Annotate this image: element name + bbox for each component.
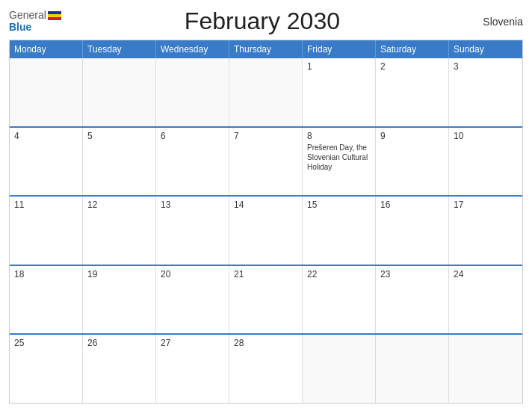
calendar-cell: 19 [83,266,156,334]
day-header-friday: Friday [303,40,376,58]
cell-number: 19 [87,269,151,279]
logo-general: General [9,10,46,21]
cell-number: 26 [87,338,151,348]
calendar-cell [449,335,522,403]
calendar-cell: 22 [303,266,376,334]
cell-number: 22 [307,269,371,279]
cell-number: 13 [161,200,224,210]
calendar-cell: 6 [156,128,229,196]
cell-number: 18 [14,269,78,279]
calendar-cell: 25 [10,335,83,403]
cell-number: 21 [234,269,297,279]
calendar-cell: 12 [83,197,156,265]
calendar-cell: 11 [10,197,83,265]
calendar-cell: 28 [229,335,303,403]
calendar-cell: 1 [303,58,376,126]
calendar-cell: 21 [229,266,303,334]
calendar-cell: 27 [156,335,229,403]
day-header-monday: Monday [10,40,83,58]
calendar-cell: 23 [376,266,449,334]
cell-number: 10 [454,131,518,141]
calendar-cell: 3 [449,58,522,126]
country-label: Slovenia [463,16,523,28]
calendar-title: February 2030 [61,7,463,35]
cell-number: 4 [14,131,78,141]
cell-event: Prešeren Day, the Slovenian Cultural Hol… [307,143,371,172]
cell-number: 9 [380,131,444,141]
cell-number: 3 [454,61,518,72]
calendar-cell: 9 [376,128,449,196]
svg-rect-0 [48,11,61,14]
day-header-thursday: Thursday [229,40,303,58]
cell-number: 1 [307,61,371,72]
cell-number: 12 [87,200,151,210]
calendar-grid: MondayTuesdayWednesdayThursdayFridaySatu… [9,40,523,404]
calendar-cell [10,58,83,126]
cell-number: 8 [307,131,371,141]
cell-number: 16 [380,200,444,210]
cell-number: 23 [380,269,444,279]
cell-number: 14 [234,200,297,210]
cell-number: 6 [161,131,224,141]
calendar-cell: 8Prešeren Day, the Slovenian Cultural Ho… [303,128,376,196]
days-header: MondayTuesdayWednesdayThursdayFridaySatu… [10,40,522,58]
calendar-cell: 18 [10,266,83,334]
cell-number: 11 [14,200,78,210]
day-header-saturday: Saturday [376,40,449,58]
calendar-cell: 14 [229,197,303,265]
cell-number: 15 [307,200,371,210]
calendar-cell: 4 [10,128,83,196]
calendar-cell [376,335,449,403]
calendar-cell: 17 [449,197,522,265]
week-row-4: 18192021222324 [10,265,522,334]
cell-number: 28 [234,338,297,348]
day-header-sunday: Sunday [449,40,522,58]
calendar-cell [303,335,376,403]
svg-rect-2 [48,17,61,20]
header: General Blue February 2030 Slovenia [9,7,523,35]
calendar-cell: 20 [156,266,229,334]
calendar-cell [229,58,303,126]
cell-number: 24 [454,269,518,279]
calendar-cell: 2 [376,58,449,126]
cell-number: 5 [87,131,151,141]
calendar-cell: 7 [229,128,303,196]
calendar-cell: 24 [449,266,522,334]
cell-number: 25 [14,338,78,348]
calendar-cell: 26 [83,335,156,403]
week-row-1: 123 [10,58,522,126]
week-row-3: 11121314151617 [10,195,522,265]
logo: General Blue [9,10,61,33]
calendar-page: General Blue February 2030 Slovenia Mond… [0,0,532,411]
weeks-container: 12345678Prešeren Day, the Slovenian Cult… [10,58,522,403]
logo-blue: Blue [9,22,61,33]
calendar-cell: 13 [156,197,229,265]
calendar-cell [156,58,229,126]
calendar-cell: 10 [449,128,522,196]
calendar-cell: 15 [303,197,376,265]
cell-number: 17 [454,200,518,210]
week-row-5: 25262728 [10,333,522,403]
cell-number: 27 [161,338,224,348]
cell-number: 2 [380,61,444,72]
day-header-wednesday: Wednesday [156,40,229,58]
calendar-cell: 16 [376,197,449,265]
svg-rect-1 [48,14,61,17]
week-row-2: 45678Prešeren Day, the Slovenian Cultura… [10,126,522,196]
cell-number: 20 [161,269,224,279]
cell-number: 7 [234,131,297,141]
logo-flag-icon [48,11,61,20]
calendar-cell: 5 [83,128,156,196]
day-header-tuesday: Tuesday [83,40,156,58]
calendar-cell [83,58,156,126]
